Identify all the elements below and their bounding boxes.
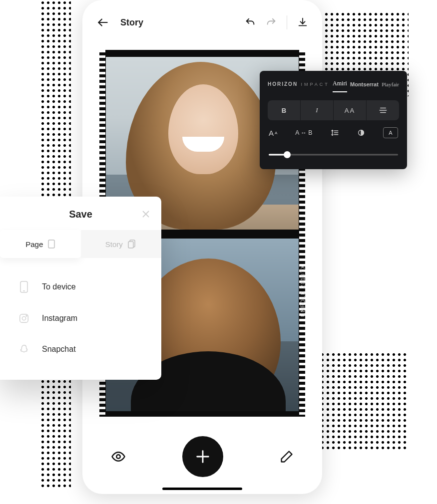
style-row: B I AA — [268, 100, 399, 120]
film-label-right: UNFOLD 2010TX — [300, 264, 306, 317]
line-height-tool[interactable] — [330, 128, 339, 137]
close-icon[interactable] — [140, 209, 151, 220]
typography-panel: HORIZON IMPACT Amiri Montserrat Playfair… — [260, 71, 407, 169]
tab-story[interactable]: Story — [81, 230, 162, 258]
top-bar: Story — [82, 0, 322, 45]
add-button[interactable] — [182, 436, 223, 477]
redo-icon[interactable] — [266, 17, 277, 28]
align-button[interactable] — [366, 100, 399, 120]
save-to-device-label: To device — [42, 282, 76, 291]
font-montserrat[interactable]: Montserrat — [350, 81, 379, 91]
tab-page[interactable]: Page — [0, 230, 81, 258]
tab-page-label: Page — [25, 240, 43, 249]
tab-story-label: Story — [105, 240, 123, 249]
italic-button[interactable]: I — [300, 100, 333, 120]
download-icon[interactable] — [297, 17, 308, 28]
decor-dots-bottom-right — [309, 352, 409, 452]
font-list: HORIZON IMPACT Amiri Montserrat Playfair — [268, 80, 399, 92]
save-title: Save — [69, 209, 92, 220]
font-amiri[interactable]: Amiri — [333, 80, 347, 92]
contrast-tool[interactable] — [357, 129, 365, 137]
bottom-bar — [82, 429, 322, 484]
caps-button[interactable]: AA — [333, 100, 366, 120]
font-impact[interactable]: IMPACT — [301, 82, 329, 91]
svg-rect-16 — [128, 242, 133, 248]
save-tabs: Page Story — [0, 230, 161, 258]
svg-rect-14 — [48, 240, 54, 248]
save-to-device[interactable]: To device — [18, 271, 143, 303]
back-icon[interactable] — [96, 16, 109, 29]
save-snapchat[interactable]: Snapchat — [18, 334, 143, 365]
page-title: Story — [120, 17, 143, 28]
font-horizon[interactable]: HORIZON — [268, 81, 298, 91]
font-playfair[interactable]: Playfair — [382, 81, 399, 91]
undo-icon[interactable] — [245, 17, 256, 28]
svg-point-1 — [116, 455, 120, 459]
save-panel: Save Page Story To device Instagram — [0, 197, 161, 380]
letter-spacing-tool[interactable]: A ↔ B — [295, 129, 312, 136]
divider — [287, 15, 287, 29]
text-size-tool[interactable]: AA — [269, 129, 277, 137]
svg-point-20 — [22, 316, 25, 320]
text-box-tool[interactable]: A — [383, 127, 398, 138]
snapchat-icon — [18, 344, 30, 355]
save-snapchat-label: Snapchat — [42, 345, 76, 354]
edit-icon[interactable] — [280, 450, 294, 464]
home-indicator — [162, 488, 242, 490]
preview-icon[interactable] — [111, 449, 126, 464]
instagram-icon — [18, 313, 30, 324]
save-instagram[interactable]: Instagram — [18, 303, 143, 334]
save-instagram-label: Instagram — [42, 314, 77, 323]
device-icon — [18, 281, 30, 293]
size-slider[interactable] — [268, 151, 399, 158]
bold-button[interactable]: B — [268, 100, 300, 120]
svg-point-21 — [26, 315, 27, 316]
